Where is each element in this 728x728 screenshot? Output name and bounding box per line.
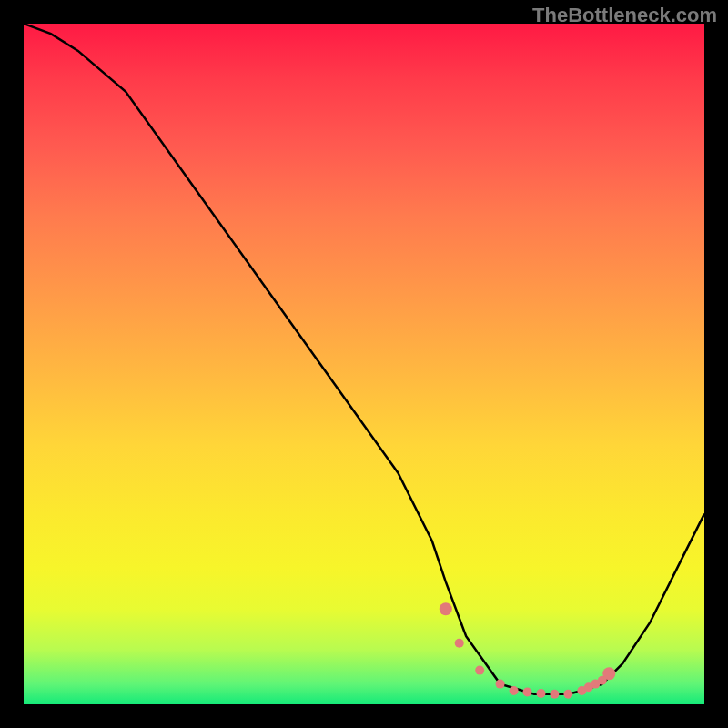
plot-area [24,24,704,704]
highlight-dot [563,690,572,699]
highlight-dot [496,680,505,689]
curve-group [24,24,704,699]
chart-container: TheBottleneck.com [0,0,728,728]
watermark-text: TheBottleneck.com [532,4,717,27]
highlight-dot [523,688,532,697]
highlight-dot [550,690,559,699]
highlight-dot [510,686,519,695]
highlight-dots [440,602,616,699]
highlight-dot [475,666,484,675]
bottleneck-curve-path [24,24,704,694]
highlight-dot [537,689,546,698]
highlight-dot [455,639,464,648]
highlight-dot [440,602,452,615]
curve-svg [24,24,704,704]
highlight-dot [602,667,615,680]
